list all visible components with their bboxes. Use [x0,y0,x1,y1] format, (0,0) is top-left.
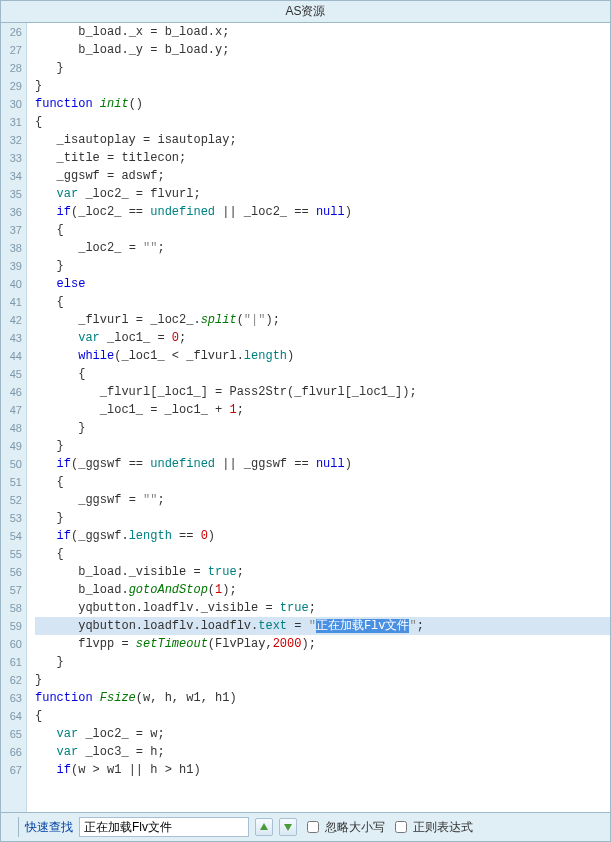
code-editor[interactable]: 2627282930313233343536373839404142434445… [1,23,610,812]
code-line[interactable]: { [35,221,610,239]
code-line[interactable]: yqbutton.loadflv._visible = true; [35,599,610,617]
line-number: 27 [3,41,22,59]
code-line[interactable]: flvpp = setTimeout(FlvPlay,2000); [35,635,610,653]
code-area[interactable]: b_load._x = b_load.x; b_load._y = b_load… [27,23,610,812]
line-number: 67 [3,761,22,779]
code-line[interactable]: if(_loc2_ == undefined || _loc2_ == null… [35,203,610,221]
code-line[interactable]: { [35,113,610,131]
line-number: 35 [3,185,22,203]
regex-option[interactable]: 正则表达式 [391,818,473,836]
arrow-up-icon [259,822,269,832]
code-line[interactable]: _flvurl = _loc2_.split("|"); [35,311,610,329]
arrow-down-icon [283,822,293,832]
line-number: 40 [3,275,22,293]
code-line[interactable]: var _loc2_ = flvurl; [35,185,610,203]
line-number: 32 [3,131,22,149]
code-line[interactable]: yqbutton.loadflv.loadflv.text = "正在加载Flv… [35,617,610,635]
line-number: 44 [3,347,22,365]
line-number: 59 [3,617,22,635]
code-line[interactable]: while(_loc1_ < _flvurl.length) [35,347,610,365]
code-line[interactable]: _loc2_ = ""; [35,239,610,257]
code-line[interactable]: if(w > w1 || h > h1) [35,761,610,779]
code-line[interactable]: else [35,275,610,293]
code-line[interactable]: { [35,293,610,311]
line-number: 60 [3,635,22,653]
line-number: 33 [3,149,22,167]
code-line[interactable]: } [35,671,610,689]
code-line[interactable]: } [35,59,610,77]
search-bar: 快速查找 忽略大小写 正则表达式 [1,812,610,841]
code-line[interactable]: var _loc1_ = 0; [35,329,610,347]
code-line[interactable]: b_load._visible = true; [35,563,610,581]
code-line[interactable]: _isautoplay = isautoplay; [35,131,610,149]
line-number: 61 [3,653,22,671]
code-line[interactable]: _ggswf = ""; [35,491,610,509]
line-number: 49 [3,437,22,455]
code-line[interactable]: { [35,365,610,383]
line-number: 30 [3,95,22,113]
code-line[interactable]: { [35,545,610,563]
line-number: 39 [3,257,22,275]
line-number: 50 [3,455,22,473]
code-line[interactable]: b_load.gotoAndStop(1); [35,581,610,599]
title-bar: AS资源 [1,1,610,23]
code-line[interactable]: _loc1_ = _loc1_ + 1; [35,401,610,419]
code-line[interactable]: } [35,77,610,95]
code-line[interactable]: function Fsize(w, h, w1, h1) [35,689,610,707]
find-prev-button[interactable] [255,818,273,836]
ignore-case-checkbox[interactable] [307,821,319,833]
line-number: 34 [3,167,22,185]
line-number: 56 [3,563,22,581]
window-title: AS资源 [285,4,325,18]
code-line[interactable]: _flvurl[_loc1_] = Pass2Str(_flvurl[_loc1… [35,383,610,401]
code-line[interactable]: { [35,707,610,725]
line-number: 45 [3,365,22,383]
code-line[interactable]: } [35,437,610,455]
line-number: 36 [3,203,22,221]
line-number: 41 [3,293,22,311]
line-number: 58 [3,599,22,617]
code-line[interactable]: b_load._x = b_load.x; [35,23,610,41]
line-number: 52 [3,491,22,509]
line-number: 62 [3,671,22,689]
code-line[interactable]: _ggswf = adswf; [35,167,610,185]
code-line[interactable]: function init() [35,95,610,113]
line-number: 26 [3,23,22,41]
line-number: 64 [3,707,22,725]
line-number-gutter: 2627282930313233343536373839404142434445… [1,23,27,812]
line-number: 51 [3,473,22,491]
line-number: 47 [3,401,22,419]
line-number: 63 [3,689,22,707]
line-number: 46 [3,383,22,401]
line-number: 54 [3,527,22,545]
code-line[interactable]: if(_ggswf == undefined || _ggswf == null… [35,455,610,473]
find-label: 快速查找 [25,819,73,836]
line-number: 57 [3,581,22,599]
line-number: 38 [3,239,22,257]
line-number: 31 [3,113,22,131]
line-number: 43 [3,329,22,347]
line-number: 66 [3,743,22,761]
line-number: 65 [3,725,22,743]
code-line[interactable]: b_load._y = b_load.y; [35,41,610,59]
regex-checkbox[interactable] [395,821,407,833]
line-number: 37 [3,221,22,239]
code-line[interactable]: { [35,473,610,491]
code-line[interactable]: } [35,509,610,527]
search-input[interactable] [79,817,249,837]
ignore-case-option[interactable]: 忽略大小写 [303,818,385,836]
line-number: 53 [3,509,22,527]
code-line[interactable]: _title = titlecon; [35,149,610,167]
line-number: 28 [3,59,22,77]
code-line[interactable]: var _loc2_ = w; [35,725,610,743]
line-number: 42 [3,311,22,329]
code-line[interactable]: if(_ggswf.length == 0) [35,527,610,545]
code-line[interactable]: } [35,257,610,275]
code-line[interactable]: var _loc3_ = h; [35,743,610,761]
line-number: 55 [3,545,22,563]
code-line[interactable]: } [35,419,610,437]
line-number: 48 [3,419,22,437]
find-next-button[interactable] [279,818,297,836]
code-line[interactable]: } [35,653,610,671]
line-number: 29 [3,77,22,95]
